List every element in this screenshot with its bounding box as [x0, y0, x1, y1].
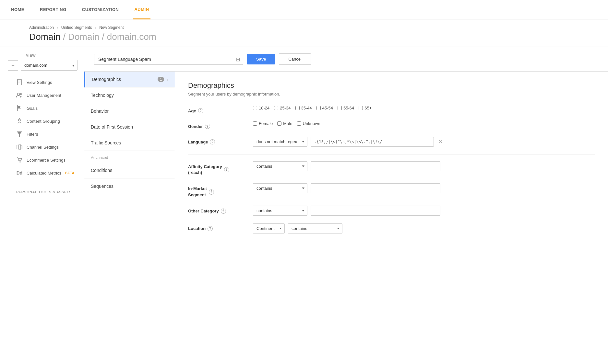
location-geo-select[interactable]: Continent Country Region City	[253, 223, 285, 233]
age-35-44-checkbox[interactable]	[295, 106, 300, 110]
segment-details: Demographics Segment your users by demog…	[175, 72, 608, 364]
segment-name-wrapper: ⊞	[94, 54, 243, 65]
sidebar-item-user-management[interactable]: User Management	[0, 89, 84, 102]
in-market-condition-select[interactable]: contains does not contain matches regex …	[253, 183, 307, 193]
segment-name-input[interactable]	[94, 54, 243, 65]
svg-marker-9	[17, 131, 22, 137]
cancel-button[interactable]: Cancel	[279, 53, 311, 65]
page-title-dim: / Domain / domain.com	[60, 32, 156, 42]
cart-icon	[16, 157, 23, 163]
flag-icon	[16, 105, 23, 111]
seg-cat-behavior-label: Behavior	[91, 108, 109, 114]
language-help-icon[interactable]: ?	[210, 139, 215, 144]
nav-reporting[interactable]: REPORTING	[39, 0, 68, 19]
seg-cat-technology-label: Technology	[91, 93, 114, 98]
personal-tools-label: PERSONAL TOOLS & ASSETS	[0, 185, 84, 197]
seg-cat-demographics[interactable]: Demographics 1 ›	[84, 72, 175, 87]
other-category-help-icon[interactable]: ?	[221, 209, 226, 214]
language-condition-select[interactable]: does not match regex contains does not c…	[253, 137, 307, 147]
gender-male[interactable]: Male	[277, 121, 292, 126]
age-25-34[interactable]: 25-34	[274, 106, 291, 110]
age-65-plus[interactable]: 65+	[359, 106, 372, 110]
back-button[interactable]: ←	[8, 60, 18, 71]
seg-cat-conditions-label: Conditions	[91, 168, 112, 173]
svg-rect-10	[17, 145, 18, 149]
location-condition-select[interactable]: contains does not contain matches regex …	[288, 223, 342, 233]
age-55-64-checkbox[interactable]	[338, 106, 342, 110]
other-category-value-input[interactable]	[311, 206, 440, 216]
other-category-label: Other Category ?	[188, 206, 246, 214]
seg-cat-sequences-label: Sequences	[91, 184, 113, 189]
page-title-main: Domain	[29, 32, 60, 42]
age-help-icon[interactable]: ?	[198, 108, 203, 113]
age-55-64[interactable]: 55-64	[338, 106, 354, 110]
affinity-value-input[interactable]	[311, 161, 440, 171]
language-value-input[interactable]	[311, 137, 434, 147]
seg-cat-demographics-label: Demographics	[92, 77, 121, 82]
chevron-right-icon: ›	[167, 77, 168, 82]
age-65-plus-checkbox[interactable]	[359, 106, 363, 110]
main-layout: VIEW ← domain.com ▼ View Settings	[0, 47, 608, 364]
seg-cat-traffic-label: Traffic Sources	[91, 140, 121, 145]
view-select[interactable]: domain.com	[21, 60, 77, 71]
sidebar-item-filters[interactable]: Filters	[0, 128, 84, 141]
page-title: Domain / Domain / domain.com	[29, 32, 598, 42]
gender-female[interactable]: Female	[253, 121, 273, 126]
sidebar-label-channel-settings: Channel Settings	[27, 145, 59, 150]
nav-admin[interactable]: ADMIN	[133, 0, 150, 19]
age-18-24-checkbox[interactable]	[253, 106, 257, 110]
other-category-condition-select[interactable]: contains does not contain matches regex …	[253, 206, 307, 216]
segment-categories: Demographics 1 › Technology Behavior Dat…	[84, 72, 175, 364]
language-controls: does not match regex contains does not c…	[253, 137, 444, 147]
in-market-controls: contains does not contain matches regex …	[253, 183, 440, 193]
in-market-field-row: In-MarketSegment ? contains does not con…	[188, 183, 595, 198]
sidebar-item-view-settings[interactable]: View Settings	[0, 76, 84, 89]
seg-cat-technology[interactable]: Technology	[84, 87, 175, 103]
nav-home[interactable]: HOME	[10, 0, 26, 19]
seg-cat-behavior[interactable]: Behavior	[84, 103, 175, 119]
age-45-54-checkbox[interactable]	[316, 106, 321, 110]
sidebar-divider	[6, 182, 77, 182]
svg-point-5	[20, 93, 22, 95]
seg-cat-date-of-first-session[interactable]: Date of First Session	[84, 119, 175, 135]
affinity-condition-select[interactable]: contains does not contain matches regex …	[253, 161, 307, 171]
gender-unknown-checkbox[interactable]	[297, 121, 301, 126]
sidebar-item-content-grouping[interactable]: Content Grouping	[0, 115, 84, 128]
age-18-24[interactable]: 18-24	[253, 106, 269, 110]
seg-cat-traffic-sources[interactable]: Traffic Sources	[84, 135, 175, 151]
seg-cat-conditions[interactable]: Conditions	[84, 163, 175, 178]
save-button[interactable]: Save	[247, 54, 275, 64]
age-field-row: Age ? 18-24 25-34 35-44	[188, 106, 595, 113]
language-clear-button[interactable]: ✕	[437, 137, 444, 146]
demographics-subtitle: Segment your users by demographic inform…	[188, 92, 595, 97]
age-25-34-checkbox[interactable]	[274, 106, 278, 110]
sidebar-item-calculated-metrics[interactable]: Dd Calculated Metrics BETA	[0, 166, 84, 179]
in-market-help-icon[interactable]: ?	[209, 189, 214, 195]
sidebar-label-view-settings: View Settings	[27, 80, 52, 85]
age-35-44[interactable]: 35-44	[295, 106, 312, 110]
filter-icon	[16, 131, 23, 137]
nav-customization[interactable]: CUSTOMIZATION	[81, 0, 120, 19]
in-market-value-input[interactable]	[311, 183, 440, 193]
sidebar-item-channel-settings[interactable]: Channel Settings	[0, 141, 84, 154]
gender-female-checkbox[interactable]	[253, 121, 257, 126]
breadcrumb-unified-segments[interactable]: Unified Segments	[61, 25, 92, 30]
breadcrumb-admin[interactable]: Administration	[29, 25, 54, 30]
age-45-54[interactable]: 45-54	[316, 106, 333, 110]
gender-help-icon[interactable]: ?	[205, 124, 210, 129]
sidebar-label-content-grouping: Content Grouping	[27, 119, 60, 124]
affinity-help-icon[interactable]: ?	[224, 167, 229, 172]
sidebar-item-ecommerce[interactable]: Ecommerce Settings	[0, 154, 84, 166]
top-nav: HOME REPORTING CUSTOMIZATION ADMIN	[0, 0, 608, 19]
seg-cat-sequences[interactable]: Sequences	[84, 178, 175, 194]
location-help-icon[interactable]: ?	[208, 226, 213, 231]
svg-point-7	[18, 119, 20, 121]
gender-unknown[interactable]: Unknown	[297, 121, 320, 126]
gender-male-checkbox[interactable]	[277, 121, 281, 126]
sidebar-item-goals[interactable]: Goals	[0, 102, 84, 115]
gender-label: Gender ?	[188, 121, 246, 129]
segment-toolbar: ⊞ Save Cancel	[84, 47, 608, 72]
users-icon	[16, 92, 23, 98]
affinity-label: Affinity Category(reach) ?	[188, 161, 246, 176]
beta-badge: BETA	[65, 171, 74, 175]
